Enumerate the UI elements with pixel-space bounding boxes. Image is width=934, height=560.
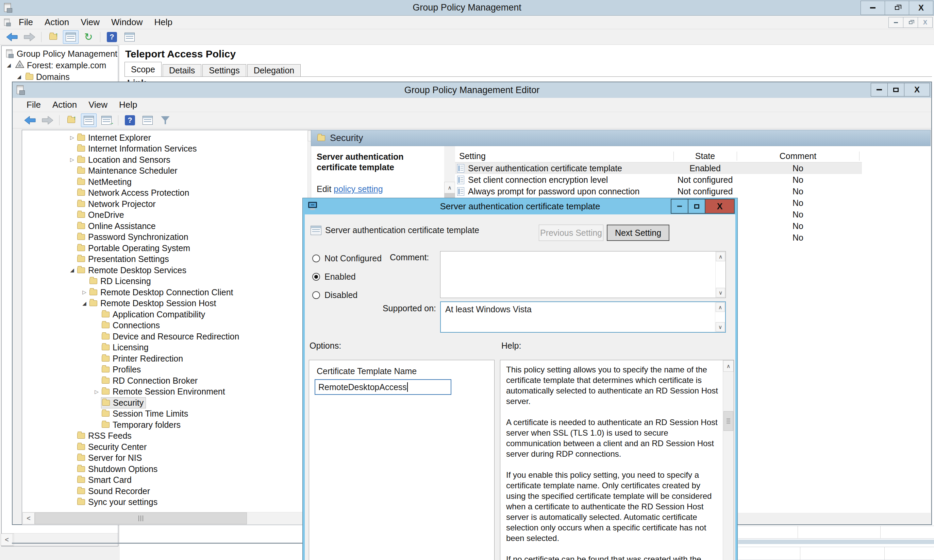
tree-item[interactable]: Sync your settings (22, 497, 307, 508)
tree-item[interactable]: Server for NIS (22, 452, 307, 464)
column-comment[interactable]: Comment (737, 150, 859, 162)
menu-view[interactable]: View (75, 17, 105, 28)
collapse-expander-icon[interactable] (15, 74, 23, 80)
menu-action[interactable]: Action (46, 100, 83, 110)
tree-item[interactable]: Network Projector (22, 198, 307, 210)
expand-expander-icon[interactable]: ▷ (92, 389, 101, 395)
tree-item[interactable]: Smart Card (22, 475, 307, 486)
scroll-up-icon[interactable] (716, 302, 725, 312)
menu-help[interactable]: Help (149, 17, 178, 28)
up-one-level-icon[interactable] (63, 114, 79, 127)
tree-item[interactable]: Application Compatibility (22, 309, 307, 320)
filter-icon[interactable] (157, 114, 173, 127)
close-button[interactable] (909, 1, 933, 15)
menu-action[interactable]: Action (39, 17, 75, 28)
forward-button[interactable] (22, 30, 37, 44)
tree-item[interactable]: Connections (22, 320, 307, 331)
menu-help[interactable]: Help (113, 100, 143, 110)
dialog-radio-option[interactable]: Enabled (312, 272, 356, 282)
tab-details[interactable]: Details (162, 64, 201, 77)
certificate-template-name-input[interactable]: RemoteDesktopAccess (315, 379, 451, 395)
minimize-button[interactable] (871, 83, 888, 97)
settings-row[interactable]: Server authentication certificate templa… (455, 162, 931, 174)
main-tree-hscrollbar[interactable] (2, 533, 118, 546)
tree-item[interactable]: Presentation Settings (22, 254, 307, 265)
menu-file[interactable]: File (21, 100, 46, 110)
scroll-down-icon[interactable] (716, 322, 725, 332)
minimize-button[interactable] (860, 1, 885, 15)
tree-item[interactable]: ▷Remote Session Environment (22, 386, 307, 398)
help-vscrollbar[interactable] (723, 360, 734, 560)
settings-row[interactable]: Set client connection encryption levelNo… (455, 174, 931, 186)
tree-item[interactable]: Internet Information Services (22, 143, 307, 155)
help-icon[interactable] (104, 30, 120, 44)
tree-item[interactable]: Licensing (22, 342, 307, 354)
tree-item[interactable]: Device and Resource Redirection (22, 331, 307, 342)
up-one-level-icon[interactable] (45, 30, 61, 44)
supported-on-box[interactable]: At least Windows Vista (440, 302, 726, 333)
expand-expander-icon[interactable]: ▷ (68, 135, 77, 141)
back-button[interactable] (22, 114, 38, 127)
scroll-up-icon[interactable] (716, 252, 725, 261)
maximize-button[interactable] (888, 83, 905, 97)
back-button[interactable] (4, 30, 20, 44)
tree-item[interactable]: OneDrive (22, 210, 307, 221)
column-state[interactable]: State (673, 150, 737, 162)
previous-setting-button[interactable]: Previous Setting (539, 225, 604, 241)
tree-item[interactable]: NetMeeting (22, 176, 307, 188)
settings-row[interactable]: Always prompt for password upon connecti… (455, 186, 931, 197)
scroll-left-icon[interactable] (1, 534, 13, 546)
tree-item-domains[interactable]: Domains (5, 71, 118, 83)
tree-item[interactable]: Online Assistance (22, 220, 307, 232)
new-window-icon[interactable] (140, 114, 156, 127)
new-window-icon[interactable] (122, 30, 137, 44)
collapse-expander-icon[interactable]: ◢ (68, 267, 77, 273)
menu-view[interactable]: View (83, 100, 113, 110)
menu-file[interactable]: File (13, 17, 39, 28)
tree-item[interactable]: Maintenance Scheduler (22, 166, 307, 177)
show-console-tree-icon[interactable] (81, 114, 97, 127)
maximize-button[interactable] (688, 199, 706, 214)
tree-item[interactable]: RSS Feeds (22, 431, 307, 442)
scroll-up-icon[interactable] (723, 360, 734, 372)
help-icon[interactable] (122, 114, 138, 127)
refresh-icon[interactable] (80, 30, 96, 44)
scroll-up-icon[interactable] (444, 182, 455, 193)
scrollbar-thumb[interactable] (35, 512, 247, 524)
tree-item[interactable]: ◢Remote Desktop Services (22, 265, 307, 276)
mdi-minimize-button[interactable] (888, 17, 903, 28)
mdi-close-button[interactable] (918, 17, 932, 28)
scroll-left-icon[interactable] (22, 512, 35, 524)
next-setting-button[interactable]: Next Setting (607, 225, 669, 241)
policy-setting-link[interactable]: policy setting (333, 184, 383, 194)
tree-item[interactable]: Security Center (22, 442, 307, 452)
tab-delegation[interactable]: Delegation (247, 64, 301, 77)
comment-textarea[interactable] (440, 251, 726, 298)
tree-item[interactable]: Network Access Protection (22, 188, 307, 199)
tree-item-forest[interactable]: Forest: example.com (5, 60, 118, 71)
tree-item[interactable]: Security (22, 397, 307, 408)
tree-item[interactable]: Sound Recorder (22, 486, 307, 497)
tree-item[interactable]: Printer Redirection (22, 353, 307, 364)
tab-scope[interactable]: Scope (125, 62, 162, 77)
tree-item[interactable]: ▷Internet Explorer (22, 132, 307, 143)
restore-button[interactable] (885, 1, 909, 15)
forward-button[interactable] (40, 114, 56, 127)
tab-settings[interactable]: Settings (202, 64, 246, 77)
scrollbar-thumb[interactable] (724, 411, 733, 431)
close-button[interactable] (904, 83, 930, 97)
menu-window[interactable]: Window (105, 17, 148, 28)
dialog-radio-option[interactable]: Disabled (312, 290, 358, 300)
scroll-down-icon[interactable] (716, 288, 725, 297)
expand-expander-icon[interactable]: ▷ (68, 157, 77, 163)
collapse-expander-icon[interactable] (5, 62, 12, 68)
tree-item[interactable]: RD Connection Broker (22, 375, 307, 386)
tree-item[interactable]: ◢Remote Desktop Session Host (22, 298, 307, 309)
tree-item[interactable]: ▷Location and Sensors (22, 154, 307, 166)
tree-item-gpm-root[interactable]: Group Policy Management (5, 48, 118, 60)
tree-item[interactable]: Temporary folders (22, 419, 307, 431)
collapse-expander-icon[interactable]: ◢ (80, 300, 89, 306)
export-list-icon[interactable] (99, 114, 114, 127)
tree-item[interactable]: ▷Remote Desktop Connection Client (22, 287, 307, 298)
close-button[interactable] (705, 199, 735, 214)
